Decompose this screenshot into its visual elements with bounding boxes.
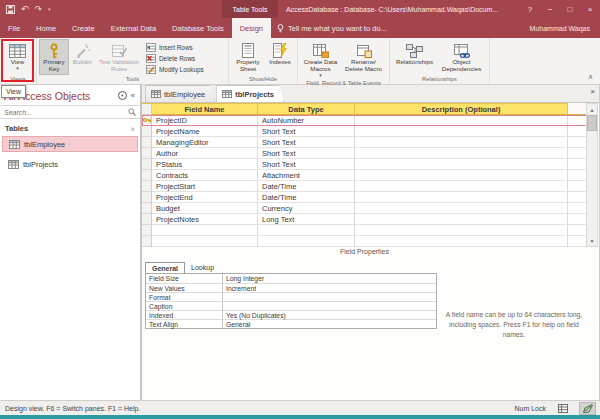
description-cell[interactable]: [355, 170, 568, 181]
search-icon[interactable]: [128, 108, 136, 116]
row-selector[interactable]: [142, 170, 152, 181]
data-type-cell[interactable]: Date/Time: [258, 192, 355, 203]
field-name-cell[interactable]: Author: [152, 148, 258, 159]
primary-key-button[interactable]: Primary Key: [39, 39, 69, 75]
view-button[interactable]: View ▾: [2, 39, 33, 75]
redo-icon[interactable]: ↷: [35, 5, 43, 14]
field-row-author[interactable]: Author Short Text: [142, 148, 587, 159]
field-row-managingeditor[interactable]: ManagingEditor Short Text: [142, 137, 587, 148]
empty-field-row[interactable]: [142, 236, 587, 247]
tab-database-tools[interactable]: Database Tools: [164, 18, 232, 38]
shutter-bar-icon[interactable]: «: [131, 91, 135, 100]
description-cell[interactable]: [355, 214, 568, 225]
description-cell[interactable]: [355, 115, 568, 126]
row-selector[interactable]: [142, 236, 152, 247]
field-name-cell[interactable]: Budget: [152, 203, 258, 214]
field-row-projectnotes[interactable]: ProjectNotes Long Text: [142, 214, 587, 225]
property-sheet-button[interactable]: Property Sheet: [231, 39, 265, 75]
modify-lookups-button[interactable]: Modify Lookups: [146, 64, 204, 75]
tab-file[interactable]: File: [0, 18, 28, 38]
description-cell[interactable]: [355, 148, 568, 159]
nav-group-tables[interactable]: Tables ∧: [0, 122, 140, 134]
data-type-cell[interactable]: Short Text: [258, 159, 355, 170]
nav-menu-icon[interactable]: ▾: [118, 91, 127, 100]
field-row-projectid[interactable]: ProjectID AutoNumber: [142, 115, 587, 126]
minimize-button[interactable]: −: [540, 0, 560, 18]
data-type-cell[interactable]: Short Text: [258, 137, 355, 148]
scrollbar-thumb[interactable]: [587, 115, 597, 131]
field-row-projectname[interactable]: ProjectName Short Text: [142, 126, 587, 137]
description-cell[interactable]: [355, 192, 568, 203]
field-row-projectstart[interactable]: ProjectStart Date/Time: [142, 181, 587, 192]
indexes-button[interactable]: Indexes: [265, 39, 295, 75]
row-selector[interactable]: [142, 214, 152, 225]
field-row-budget[interactable]: Budget Currency: [142, 203, 587, 214]
delete-rows-button[interactable]: Delete Rows: [146, 53, 204, 64]
test-validation-rules-button[interactable]: Test Validation Rules: [96, 39, 142, 75]
doc-tab-tblprojects[interactable]: tblProjects: [216, 85, 284, 102]
datasheet-view-icon[interactable]: [554, 402, 571, 415]
field-row-contracts[interactable]: Contracts Attachment: [142, 170, 587, 181]
property-row-field-size[interactable]: Field Size Long Integer: [146, 274, 436, 283]
collapse-ribbon-icon[interactable]: ∧: [588, 73, 593, 81]
insert-rows-button[interactable]: Insert Rows: [146, 42, 204, 53]
nav-search-box[interactable]: [0, 105, 140, 119]
row-selector[interactable]: [142, 148, 152, 159]
scroll-down-icon[interactable]: ▼: [587, 235, 597, 246]
empty-field-row[interactable]: [142, 225, 587, 236]
undo-icon[interactable]: ↶: [21, 5, 29, 14]
nav-item-tblprojects[interactable]: tblProjects: [2, 156, 138, 172]
builder-button[interactable]: Builder: [69, 39, 96, 75]
primary-key-row-icon[interactable]: [142, 115, 152, 126]
description-cell[interactable]: [355, 159, 568, 170]
row-selector[interactable]: [142, 126, 152, 137]
doc-tab-tblemployee[interactable]: tblEmployee: [145, 85, 215, 102]
field-name-cell[interactable]: PStatus: [152, 159, 258, 170]
field-row-pstatus[interactable]: PStatus Short Text: [142, 159, 587, 170]
property-value[interactable]: Increment: [223, 284, 436, 292]
close-document-icon[interactable]: ×: [590, 87, 595, 96]
qat-customize-icon[interactable]: ▾: [48, 6, 51, 12]
tab-general[interactable]: General: [145, 262, 185, 273]
field-name-cell[interactable]: ProjectID: [152, 115, 258, 126]
create-data-macros-button[interactable]: Create Data Macros ▾: [301, 39, 341, 79]
property-value[interactable]: Long Integer: [223, 274, 436, 283]
data-type-cell[interactable]: Attachment: [258, 170, 355, 181]
account-name[interactable]: Muhammad Waqas: [530, 18, 600, 38]
field-name-cell[interactable]: Contracts: [152, 170, 258, 181]
row-selector[interactable]: [142, 137, 152, 148]
tell-me-box[interactable]: Tell me what you want to do...: [277, 18, 387, 38]
field-row-projectend[interactable]: ProjectEnd Date/Time: [142, 192, 587, 203]
row-selector[interactable]: [142, 192, 152, 203]
object-dependencies-button[interactable]: Object Dependencies: [437, 39, 487, 75]
data-type-cell[interactable]: AutoNumber: [258, 115, 355, 126]
field-name-cell[interactable]: ProjectNotes: [152, 214, 258, 225]
rename-delete-macro-button[interactable]: Rename/ Delete Macro: [341, 39, 387, 79]
field-name-cell[interactable]: ProjectEnd: [152, 192, 258, 203]
vertical-scrollbar[interactable]: ▲ ▼: [586, 103, 598, 247]
search-input[interactable]: [0, 109, 128, 116]
help-button[interactable]: ?: [520, 0, 540, 18]
tab-create[interactable]: Create: [64, 18, 103, 38]
field-name-cell[interactable]: ProjectName: [152, 126, 258, 137]
property-value[interactable]: [223, 293, 436, 301]
property-row-text-align[interactable]: Text Align General: [146, 319, 436, 328]
row-selector[interactable]: [142, 203, 152, 214]
property-value[interactable]: General: [223, 320, 436, 328]
data-type-cell[interactable]: Currency: [258, 203, 355, 214]
description-cell[interactable]: [355, 203, 568, 214]
description-cell[interactable]: [355, 137, 568, 148]
property-row-indexed[interactable]: Indexed Yes (No Duplicates): [146, 310, 436, 319]
tab-home[interactable]: Home: [28, 18, 64, 38]
field-name-cell[interactable]: ManagingEditor: [152, 137, 258, 148]
property-value[interactable]: [223, 302, 436, 310]
property-row-format[interactable]: Format: [146, 292, 436, 301]
data-type-cell[interactable]: Short Text: [258, 148, 355, 159]
tab-design[interactable]: Design: [232, 18, 271, 38]
design-view-icon[interactable]: [579, 402, 596, 415]
row-selector[interactable]: [142, 225, 152, 236]
data-type-cell[interactable]: Long Text: [258, 214, 355, 225]
description-cell[interactable]: [355, 126, 568, 137]
scroll-up-icon[interactable]: ▲: [587, 104, 597, 115]
property-row-caption[interactable]: Caption: [146, 301, 436, 310]
